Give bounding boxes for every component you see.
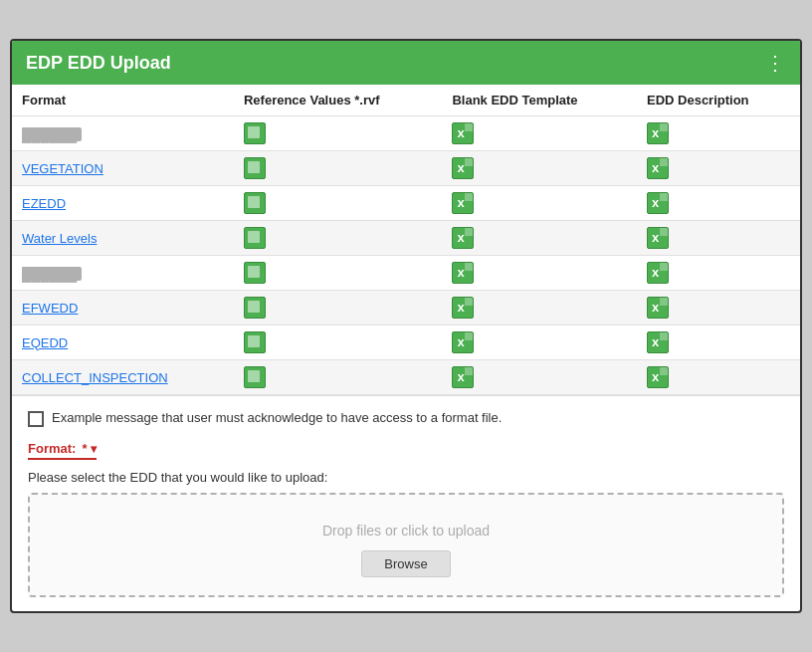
app-window: EDP EDD Upload ⋮ Format Reference Values… (10, 39, 802, 613)
blank-edd-cell[interactable] (442, 360, 637, 395)
format-required-star: * (82, 441, 87, 456)
rvf-icon[interactable] (244, 227, 266, 249)
table-row: EFWEDD (12, 291, 800, 326)
edd-desc-icon[interactable] (647, 157, 669, 179)
format-cell: EQEDD (12, 326, 234, 360)
blank-edd-icon[interactable] (452, 262, 474, 284)
edd-desc-icon[interactable] (647, 122, 669, 144)
format-table: Format Reference Values *.rvf Blank EDD … (12, 85, 800, 395)
rvf-icon[interactable] (244, 122, 266, 144)
edd-desc-cell[interactable] (637, 256, 800, 291)
edd-desc-cell[interactable] (637, 291, 800, 326)
edd-desc-cell[interactable] (637, 151, 800, 186)
rvf-icon[interactable] (244, 262, 266, 284)
edd-desc-icon[interactable] (647, 331, 669, 353)
blank-edd-cell[interactable] (442, 291, 637, 326)
edd-desc-icon[interactable] (647, 192, 669, 214)
edd-desc-cell[interactable] (637, 221, 800, 256)
menu-icon[interactable]: ⋮ (765, 51, 786, 75)
table-row: VEGETATION (12, 151, 800, 186)
table-row: Water Levels (12, 221, 800, 256)
rvf-icon[interactable] (244, 192, 266, 214)
format-cell: VEGETATION (12, 151, 234, 186)
format-cell: COLLECT_INSPECTION (12, 360, 234, 395)
format-link[interactable]: EZEDD (22, 196, 66, 211)
edd-desc-cell[interactable] (637, 186, 800, 221)
drop-text: Drop files or click to upload (40, 523, 772, 539)
edd-desc-icon[interactable] (647, 227, 669, 249)
blank-edd-icon[interactable] (452, 297, 474, 319)
format-table-section: Format Reference Values *.rvf Blank EDD … (12, 85, 800, 396)
col-blank-edd: Blank EDD Template (442, 85, 637, 116)
chevron-down-icon: ▾ (91, 442, 97, 456)
blank-edd-icon[interactable] (452, 227, 474, 249)
blurred-format: ██████ (22, 127, 82, 141)
acknowledge-checkbox[interactable] (28, 411, 44, 427)
edd-desc-cell[interactable] (637, 360, 800, 395)
app-header: EDP EDD Upload ⋮ (12, 41, 800, 85)
format-cell: ██████ (12, 256, 234, 291)
format-link[interactable]: Water Levels (22, 231, 97, 246)
upload-label: Please select the EDD that you would lik… (28, 470, 784, 485)
browse-button[interactable]: Browse (361, 550, 450, 577)
rvf-icon[interactable] (244, 157, 266, 179)
table-row: EQEDD (12, 326, 800, 360)
blank-edd-cell[interactable] (442, 326, 637, 360)
blurred-format: ██████ (22, 267, 82, 281)
blank-edd-cell[interactable] (442, 151, 637, 186)
drop-zone[interactable]: Drop files or click to upload Browse (28, 493, 784, 597)
edd-desc-icon[interactable] (647, 262, 669, 284)
rvf-cell[interactable] (234, 151, 442, 186)
blank-edd-icon[interactable] (452, 192, 474, 214)
blank-edd-icon[interactable] (452, 157, 474, 179)
blank-edd-cell[interactable] (442, 116, 637, 151)
format-select-row: Format: * ▾ (28, 441, 784, 460)
blank-edd-icon[interactable] (452, 122, 474, 144)
rvf-cell[interactable] (234, 360, 442, 395)
rvf-cell[interactable] (234, 116, 442, 151)
edd-desc-icon[interactable] (647, 297, 669, 319)
format-cell: EZEDD (12, 186, 234, 221)
rvf-cell[interactable] (234, 291, 442, 326)
col-format: Format (12, 85, 234, 116)
rvf-icon[interactable] (244, 297, 266, 319)
rvf-cell[interactable] (234, 326, 442, 360)
rvf-cell[interactable] (234, 221, 442, 256)
format-dropdown[interactable]: Format: * ▾ (28, 441, 97, 460)
format-cell: Water Levels (12, 221, 234, 256)
format-cell: ██████ (12, 116, 234, 151)
table-row: COLLECT_INSPECTION (12, 360, 800, 395)
format-link[interactable]: VEGETATION (22, 161, 103, 176)
blank-edd-cell[interactable] (442, 221, 637, 256)
table-row: EZEDD (12, 186, 800, 221)
format-link[interactable]: COLLECT_INSPECTION (22, 370, 168, 385)
format-label-text: Format: (28, 441, 76, 456)
table-row: ██████ (12, 256, 800, 291)
col-edd-desc: EDD Description (637, 85, 800, 116)
edd-desc-cell[interactable] (637, 116, 800, 151)
blank-edd-icon[interactable] (452, 366, 474, 388)
bottom-section: Example message that user must acknowled… (12, 396, 800, 611)
blank-edd-icon[interactable] (452, 331, 474, 353)
table-row: ██████ (12, 116, 800, 151)
rvf-cell[interactable] (234, 256, 442, 291)
rvf-cell[interactable] (234, 186, 442, 221)
rvf-icon[interactable] (244, 331, 266, 353)
rvf-icon[interactable] (244, 366, 266, 388)
edd-desc-cell[interactable] (637, 326, 800, 360)
acknowledge-row: Example message that user must acknowled… (28, 410, 784, 427)
col-rvf: Reference Values *.rvf (234, 85, 442, 116)
blank-edd-cell[interactable] (442, 256, 637, 291)
edd-desc-icon[interactable] (647, 366, 669, 388)
format-link[interactable]: EFWEDD (22, 301, 78, 316)
app-title: EDP EDD Upload (26, 53, 171, 74)
format-link[interactable]: EQEDD (22, 335, 68, 350)
blank-edd-cell[interactable] (442, 186, 637, 221)
acknowledge-text: Example message that user must acknowled… (52, 410, 502, 425)
format-cell: EFWEDD (12, 291, 234, 326)
